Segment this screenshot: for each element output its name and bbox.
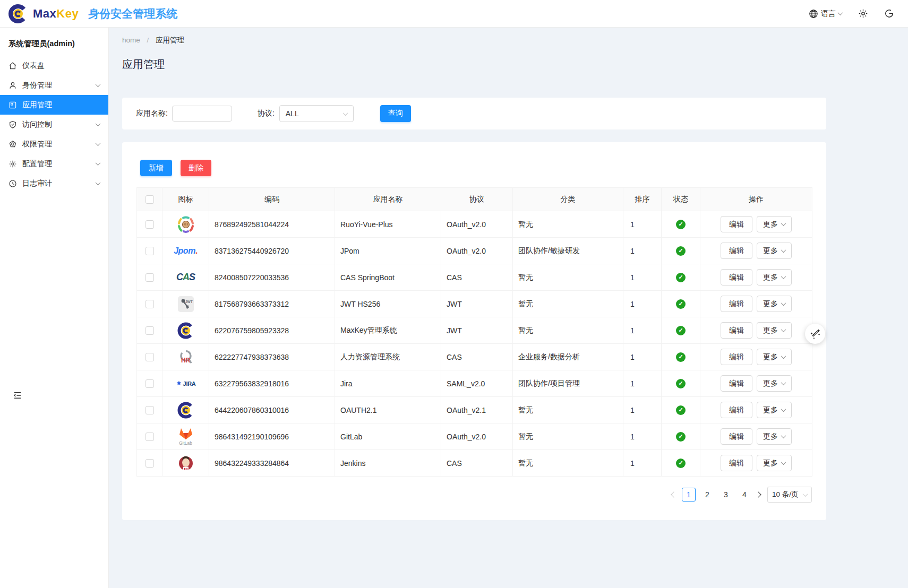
row-checkbox[interactable] xyxy=(145,273,154,282)
sidebar-item-identity[interactable]: 身份管理 xyxy=(0,75,108,95)
app-code: 644220607860310016 xyxy=(215,406,289,414)
next-page-button[interactable] xyxy=(756,492,760,497)
app-sort-order: 1 xyxy=(630,247,635,255)
app-protocol: CAS xyxy=(447,459,462,468)
globe-icon xyxy=(809,9,818,19)
app-code: 986432249333284864 xyxy=(215,459,289,468)
edit-button[interactable]: 编辑 xyxy=(721,216,752,232)
edit-button[interactable]: 编辑 xyxy=(721,455,752,471)
table-row: H R 622227747938373638 人力资源管理系统 CAS 企业服务… xyxy=(137,344,812,370)
app-category: 团队协作/项目管理 xyxy=(518,379,580,387)
more-button[interactable]: 更多 xyxy=(757,402,792,418)
breadcrumb-current: 应用管理 xyxy=(156,36,184,44)
sidebar-item-permissions[interactable]: 权限管理 xyxy=(0,134,108,154)
app-name: Jenkins xyxy=(340,459,365,468)
protocol-select[interactable]: ALL xyxy=(279,105,354,122)
app-code: 632279563832918016 xyxy=(215,379,289,388)
app-category: 暂无 xyxy=(518,273,533,281)
breadcrumb-home[interactable]: home xyxy=(122,36,140,44)
app-sort-order: 1 xyxy=(630,300,635,308)
language-switcher[interactable]: 语言 xyxy=(809,9,842,19)
more-button[interactable]: 更多 xyxy=(757,375,792,392)
magic-wand-button[interactable] xyxy=(805,324,825,344)
topbar: MaxKey 身份安全管理系统 语言 xyxy=(0,0,908,28)
app-code: 837136275440926720 xyxy=(215,247,289,255)
page-button-4[interactable]: 4 xyxy=(738,488,751,501)
more-button[interactable]: 更多 xyxy=(757,455,792,471)
edit-button[interactable]: 编辑 xyxy=(721,428,752,445)
app-name: OAUTH2.1 xyxy=(340,406,376,414)
row-checkbox[interactable] xyxy=(145,406,154,414)
app-category: 暂无 xyxy=(518,220,533,228)
chevron-down-icon xyxy=(803,491,808,497)
app-protocol: CAS xyxy=(447,273,462,282)
select-all-checkbox[interactable] xyxy=(145,195,154,204)
app-icon-maxkey xyxy=(170,398,202,422)
app-name-input[interactable] xyxy=(172,106,232,122)
status-active-icon xyxy=(676,432,686,442)
chevron-down-icon xyxy=(781,433,786,438)
app-sort-order: 1 xyxy=(630,459,635,468)
sidebar-item-dashboard[interactable]: 仪表盘 xyxy=(0,56,108,75)
header-actions: 操作 xyxy=(700,188,812,211)
sidebar-item-configuration[interactable]: 配置管理 xyxy=(0,154,108,174)
app-icon-maxkey xyxy=(170,318,202,343)
table-row: GitLab 986431492190109696 GitLab OAuth_v… xyxy=(137,423,812,450)
collapse-sidebar-icon[interactable] xyxy=(13,391,22,402)
edit-button[interactable]: 编辑 xyxy=(721,402,752,418)
logout-icon xyxy=(884,8,894,19)
chevron-down-icon xyxy=(781,407,786,412)
more-button[interactable]: 更多 xyxy=(757,243,792,259)
row-checkbox[interactable] xyxy=(145,379,154,388)
more-button[interactable]: 更多 xyxy=(757,428,792,445)
app-icon-jira: JIRA xyxy=(170,371,202,396)
sidebar-item-access-control[interactable]: 访问控制 xyxy=(0,115,108,134)
table-body: 876892492581044224 RuoYi-Vue-Plus OAuth_… xyxy=(137,211,812,477)
prev-page-button[interactable] xyxy=(672,492,677,497)
app-protocol: JWT xyxy=(447,300,462,308)
edit-button[interactable]: 编辑 xyxy=(721,296,752,312)
chevron-down-icon xyxy=(96,141,101,146)
app-protocol: SAML_v2.0 xyxy=(447,379,485,388)
more-button[interactable]: 更多 xyxy=(757,349,792,365)
edit-button[interactable]: 编辑 xyxy=(721,243,752,259)
more-button[interactable]: 更多 xyxy=(757,216,792,232)
delete-button[interactable]: 删除 xyxy=(181,160,211,176)
add-button[interactable]: 新增 xyxy=(140,160,172,176)
page-button-2[interactable]: 2 xyxy=(700,488,714,501)
app-icon-jenkins xyxy=(170,451,202,475)
row-checkbox[interactable] xyxy=(145,300,154,308)
edit-button[interactable]: 编辑 xyxy=(721,322,752,339)
logout-button[interactable] xyxy=(884,8,894,19)
status-active-icon xyxy=(676,299,686,309)
app-icon-ruoyi xyxy=(170,212,202,237)
row-checkbox[interactable] xyxy=(145,247,154,255)
row-checkbox[interactable] xyxy=(145,433,154,441)
edit-button[interactable]: 编辑 xyxy=(721,269,752,286)
row-checkbox[interactable] xyxy=(145,459,154,468)
more-button[interactable]: 更多 xyxy=(757,296,792,312)
more-button[interactable]: 更多 xyxy=(757,269,792,286)
gear-icon xyxy=(858,8,868,19)
search-button[interactable]: 查询 xyxy=(380,105,411,122)
page-button-1[interactable]: 1 xyxy=(682,488,696,501)
edit-button[interactable]: 编辑 xyxy=(721,375,752,392)
app-code: 817568793663373312 xyxy=(215,300,289,308)
page-size-select[interactable]: 10 条/页 xyxy=(767,487,812,503)
pagination: 1 2 3 4 10 条/页 xyxy=(136,487,812,503)
row-checkbox[interactable] xyxy=(145,353,154,361)
medal-icon xyxy=(8,140,17,149)
row-checkbox[interactable] xyxy=(145,326,154,335)
current-user-label: 系统管理员(admin) xyxy=(0,28,108,56)
settings-button[interactable] xyxy=(858,8,868,19)
svg-text:R: R xyxy=(185,357,190,364)
row-checkbox[interactable] xyxy=(145,220,154,229)
edit-button[interactable]: 编辑 xyxy=(721,349,752,365)
sidebar-item-audit-log[interactable]: 日志审计 xyxy=(0,174,108,193)
clock-icon xyxy=(8,179,17,188)
table-row: 622076759805923328 MaxKey管理系统 JWT 暂无 1 编… xyxy=(137,317,812,344)
more-button[interactable]: 更多 xyxy=(757,322,792,339)
page-button-3[interactable]: 3 xyxy=(719,488,733,501)
sidebar-item-applications[interactable]: 应用管理 xyxy=(0,95,108,115)
table-row: 986432249333284864 Jenkins CAS 暂无 1 编辑 更… xyxy=(137,450,812,477)
